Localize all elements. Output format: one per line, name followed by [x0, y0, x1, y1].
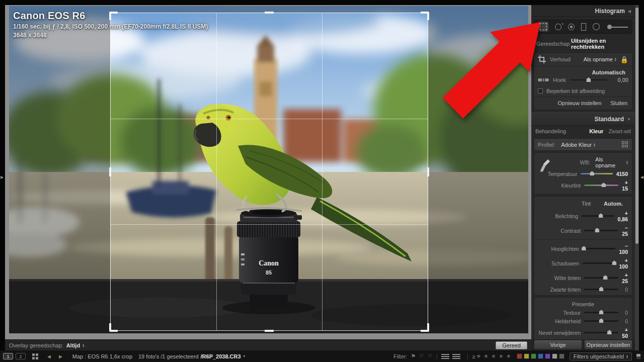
radial-filter-icon[interactable]	[593, 23, 600, 30]
crop-overlay-icon	[538, 55, 546, 63]
graduated-filter-icon[interactable]	[581, 23, 587, 31]
belichting-slider[interactable]	[582, 215, 614, 217]
slider-thumb[interactable]	[599, 213, 603, 218]
monitor-1-button[interactable]: 1	[3, 353, 13, 359]
slider-thumb[interactable]	[590, 171, 594, 175]
color-chip-blue[interactable]	[538, 353, 543, 359]
scrollbar-thumb[interactable]	[635, 8, 638, 244]
crop-tool-button[interactable]	[538, 22, 548, 32]
left-panel-collapsed[interactable]	[0, 0, 5, 362]
color-chip-none[interactable]	[552, 353, 557, 359]
basic-panel-header[interactable]: Standaard ▼	[531, 112, 635, 126]
slider-thumb[interactable]	[612, 260, 616, 265]
previous-photo-icon[interactable]: ◄	[46, 353, 52, 359]
healing-brush-icon[interactable]	[555, 24, 561, 30]
slider-row-contrast: Contrast − 25	[534, 223, 632, 238]
color-chip-yellow[interactable]	[524, 353, 529, 359]
tone-auto-button[interactable]: Autom.	[601, 200, 628, 207]
monitor-2-button[interactable]: 2	[16, 353, 26, 359]
crop-handle-br[interactable]	[427, 323, 429, 331]
wb-dropdown[interactable]: Als opname ▴▾	[595, 156, 628, 168]
crop-handle-left[interactable]	[109, 167, 111, 176]
edit-filter-icon[interactable]	[441, 354, 449, 359]
crop-handle-right[interactable]	[427, 167, 429, 176]
adjustment-brush-icon[interactable]	[606, 24, 628, 30]
slider-row-nevel-verwijderen: Nevel verwijderen + 50	[534, 325, 632, 340]
crop-rectangle[interactable]	[110, 13, 428, 331]
crop-options-box: Verhoud Als opname ▴▾ 🔒 Automatisch Hoek	[533, 52, 633, 110]
color-chip-red[interactable]	[517, 353, 522, 359]
folder-name[interactable]: Map : EOS R6 1,6x crop	[72, 353, 132, 359]
crop-handle-bl[interactable]	[109, 323, 111, 331]
slider-thumb[interactable]	[601, 183, 606, 187]
basic-header-label: Standaard	[594, 116, 624, 123]
previous-button[interactable]: Vorige	[534, 340, 582, 349]
done-button[interactable]: Gereed	[496, 341, 527, 349]
aspect-dropdown[interactable]: Als opname ▴▾	[584, 56, 616, 62]
crop-reset-button[interactable]: Opnieuw instellen	[558, 100, 602, 106]
expand-left-panel-icon[interactable]: ▶	[1, 175, 4, 179]
slider-value: + 15	[622, 179, 628, 192]
slider-thumb[interactable]	[599, 318, 604, 323]
crop-handle-bottom[interactable]	[265, 330, 274, 332]
right-panel-edge[interactable]	[639, 0, 644, 362]
hooglichten-slider[interactable]	[583, 248, 616, 249]
helderheid-slider[interactable]	[584, 320, 618, 322]
auto-straighten-button[interactable]: Automatisch	[589, 69, 628, 76]
profile-browser-icon[interactable]	[622, 141, 628, 148]
photo-canvas[interactable]: Canon 85	[9, 6, 528, 333]
filters-dropdown[interactable]: Filters uitgeschakeld ▴▾	[570, 352, 632, 360]
nevel-verwijderen-slider[interactable]	[584, 332, 618, 333]
slider-thumb[interactable]	[599, 310, 604, 314]
metadata-filter-icon[interactable]	[452, 354, 460, 359]
expand-right-panel-icon[interactable]: ◀	[640, 175, 643, 179]
histogram-panel-header[interactable]: Histogram ◀	[531, 5, 635, 17]
contrast-slider[interactable]	[584, 230, 618, 231]
kleurtint-slider[interactable]	[584, 185, 618, 186]
crop-handle-top[interactable]	[265, 12, 274, 14]
treatment-color-option[interactable]: Kleur	[589, 128, 603, 134]
dropdown-arrows-icon: ▴▾	[626, 354, 628, 358]
treatment-bw-option[interactable]: Zwart-wit	[608, 128, 631, 134]
color-chip-custom[interactable]	[559, 353, 565, 359]
witte-tinten-slider[interactable]	[584, 277, 618, 279]
angle-slider-thumb[interactable]	[586, 77, 591, 82]
slider-row-zwarte-tinten: Zwarte tinten 0	[534, 285, 632, 294]
grid-view-icon[interactable]	[32, 353, 38, 359]
slider-row-witte-tinten: Witte tinten + 25	[534, 270, 632, 285]
color-chip-purple[interactable]	[545, 353, 550, 359]
flag-pick-icon[interactable]: ⚑	[411, 353, 416, 359]
star-rating-filter[interactable]: ★ ★ ★ ★ ★	[476, 353, 512, 359]
overlay-tool-value[interactable]: Altijd	[66, 342, 80, 348]
treatment-row: Behandeling Kleur Zwart-wit	[531, 126, 635, 137]
slider-thumb[interactable]	[607, 330, 612, 334]
slider-thumb[interactable]	[582, 246, 586, 250]
reset-button[interactable]: Opnieuw instellen	[584, 340, 632, 349]
slider-thumb[interactable]	[595, 228, 599, 232]
panel-scrollbar[interactable]	[635, 5, 639, 350]
dropdown-arrows-icon: ▴▾	[594, 143, 595, 147]
flag-unflagged-icon[interactable]: ⚐	[419, 353, 424, 359]
slider-thumb[interactable]	[599, 287, 604, 291]
crop-handle-tr[interactable]	[427, 12, 429, 20]
filter-toggle-icon[interactable]	[636, 353, 641, 359]
red-eye-icon[interactable]	[568, 24, 575, 30]
zwarte-tinten-slider[interactable]	[584, 289, 618, 290]
color-chip-green[interactable]	[531, 353, 536, 359]
next-photo-icon[interactable]: ►	[58, 353, 63, 359]
wb-eyedropper-icon[interactable]	[539, 158, 550, 173]
rating-gte-icon[interactable]: ≥	[472, 353, 475, 359]
schaduwen-slider[interactable]	[583, 262, 616, 264]
temperatuur-slider[interactable]	[581, 173, 612, 174]
constrain-checkbox[interactable]	[538, 88, 543, 94]
profile-dropdown[interactable]: Adobe Kleur ▴▾	[561, 142, 595, 148]
aspect-lock-icon[interactable]: 🔒	[620, 56, 628, 63]
filename-caret-icon[interactable]: ▼	[243, 354, 246, 358]
slider-value: 4150	[616, 171, 628, 177]
crop-close-button[interactable]: Sluiten	[610, 100, 627, 106]
slider-thumb[interactable]	[603, 275, 608, 280]
angle-slider[interactable]	[570, 79, 607, 80]
textuur-slider[interactable]	[584, 312, 618, 313]
flag-reject-icon[interactable]: ⚐	[428, 353, 433, 359]
current-filename[interactable]: /R6P_2038.CR3	[201, 353, 241, 359]
